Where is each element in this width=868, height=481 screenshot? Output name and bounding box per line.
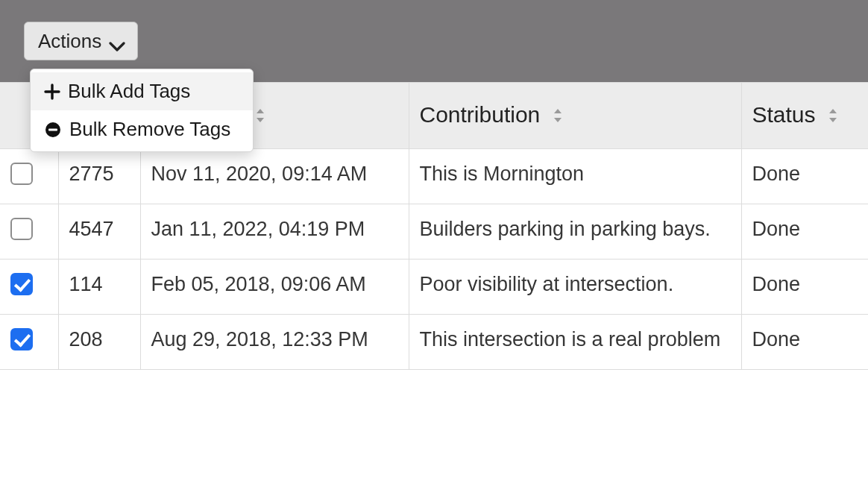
cell-id: 4547	[58, 204, 140, 260]
menu-item-bulk-add-tags[interactable]: Bulk Add Tags	[31, 72, 253, 110]
cell-contribution: This intersection is a real problem	[409, 315, 741, 370]
cell-contribution: Builders parking in parking bays.	[409, 204, 741, 260]
cell-id: 208	[58, 315, 140, 370]
plus-icon	[44, 84, 60, 100]
cell-submitted: Feb 05, 2018, 09:06 AM	[140, 260, 409, 315]
menu-item-bulk-remove-tags[interactable]: Bulk Remove Tags	[31, 110, 253, 148]
sort-icon	[254, 104, 267, 128]
menu-item-label: Bulk Remove Tags	[69, 118, 230, 141]
sort-icon	[551, 104, 564, 128]
row-checkbox[interactable]	[10, 273, 33, 295]
sort-icon	[826, 104, 840, 128]
cell-status: Done	[741, 204, 868, 260]
cell-id: 2775	[58, 149, 140, 204]
row-checkbox[interactable]	[10, 328, 33, 350]
table-row: 4547 Jan 11, 2022, 04:19 PM Builders par…	[0, 204, 868, 260]
cell-status: Done	[741, 315, 868, 370]
cell-submitted: Nov 11, 2020, 09:14 AM	[140, 149, 409, 204]
cell-status: Done	[741, 149, 868, 204]
menu-item-label: Bulk Add Tags	[68, 80, 190, 103]
column-header-contribution[interactable]: Contribution	[409, 83, 741, 149]
column-header-label: Status	[752, 102, 816, 127]
column-header-status[interactable]: Status	[741, 83, 868, 149]
cell-submitted: Jan 11, 2022, 04:19 PM	[140, 204, 409, 260]
cell-contribution: Poor visibility at intersection.	[409, 260, 741, 315]
cell-id: 114	[58, 260, 140, 315]
row-checkbox[interactable]	[10, 218, 33, 240]
actions-dropdown-button[interactable]: Actions	[24, 22, 138, 60]
cell-status: Done	[741, 260, 868, 315]
table-row: 208 Aug 29, 2018, 12:33 PM This intersec…	[0, 315, 868, 370]
table-body: 2775 Nov 11, 2020, 09:14 AM This is Morn…	[0, 149, 868, 370]
table-row: 2775 Nov 11, 2020, 09:14 AM This is Morn…	[0, 149, 868, 204]
column-header-label: Contribution	[420, 102, 541, 127]
cell-submitted: Aug 29, 2018, 12:33 PM	[140, 315, 409, 370]
svg-rect-1	[48, 128, 57, 131]
cell-contribution: This is Mornington	[409, 149, 741, 204]
chevron-down-icon	[109, 36, 124, 46]
row-checkbox[interactable]	[10, 163, 33, 185]
minus-circle-icon	[44, 121, 62, 139]
table-row: 114 Feb 05, 2018, 09:06 AM Poor visibili…	[0, 260, 868, 315]
actions-label: Actions	[38, 31, 101, 51]
actions-dropdown-menu: Bulk Add Tags Bulk Remove Tags	[30, 69, 254, 152]
